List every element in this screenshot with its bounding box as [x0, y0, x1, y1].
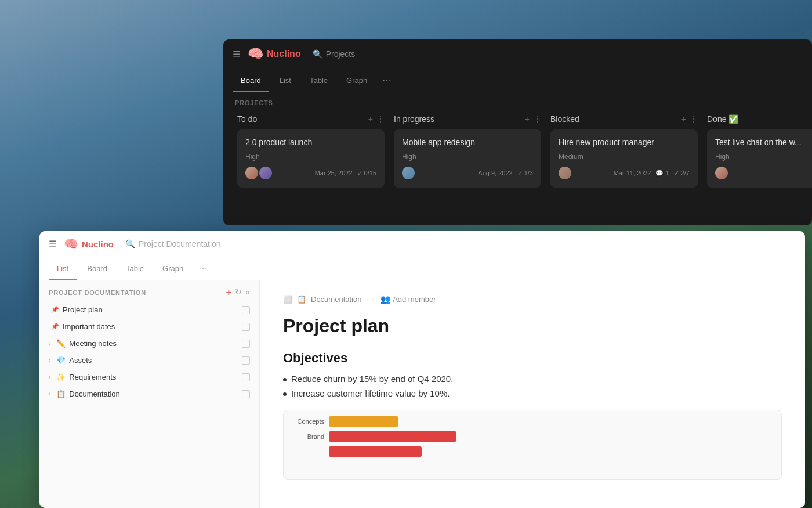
card-hire-pm[interactable]: Hire new product manager Medium Mar 11, … [550, 129, 698, 188]
nuclino-logo-top[interactable]: 🧠 Nuclino [248, 46, 301, 62]
nuclino-label-top: Nuclino [267, 49, 301, 59]
tab-table-top[interactable]: Table [302, 70, 336, 92]
card-mobile-redesign[interactable]: Mobile app redesign High Aug 9, 2022 ✓ 1… [394, 129, 541, 188]
card-progress-hire-pm: ✓ 2/7 [674, 170, 690, 177]
column-more-inprogress[interactable]: ⋮ [533, 114, 541, 124]
search-placeholder-top: Projects [326, 49, 356, 59]
brain-icon-bottom: 🧠 [64, 237, 78, 251]
column-actions-inprogress: + ⋮ [525, 114, 541, 124]
column-more-blocked[interactable]: ⋮ [690, 114, 698, 124]
card-title-live-chat: Test live chat on the w... [715, 138, 812, 147]
pin-icon-important-dates: 📌 [51, 323, 59, 330]
sidebar-add-icon[interactable]: + [226, 287, 231, 298]
board-columns: To do + ⋮ 2.0 product launch High Mar 25… [223, 110, 812, 197]
sidebar-refresh-icon[interactable]: ↻ [235, 287, 242, 298]
card-priority-mobile-redesign: High [402, 153, 533, 161]
card-live-chat[interactable]: Test live chat on the w... High Mar 3, 2… [707, 129, 812, 188]
card-title-hire-pm: Hire new product manager [559, 138, 690, 147]
column-actions-blocked: + ⋮ [682, 114, 698, 124]
sidebar: PROJECT DOCUMENTATION + ↻ « 📌 Project pl… [39, 280, 260, 508]
sidebar-checkbox-meeting-notes[interactable] [242, 340, 250, 348]
emoji-meeting-notes: ✏️ [56, 339, 66, 348]
search-bar-top[interactable]: 🔍 Projects [313, 49, 356, 59]
tab-list-bottom[interactable]: List [49, 258, 77, 280]
card-footer-hire-pm: Mar 11, 2022 💬 1 ✓ 2/7 [559, 167, 690, 179]
sidebar-checkbox-assets[interactable] [242, 356, 250, 365]
column-add-todo[interactable]: + [368, 114, 373, 124]
sidebar-item-project-plan[interactable]: 📌 Project plan [39, 301, 259, 318]
search-icon-top: 🔍 [313, 49, 322, 59]
sidebar-item-left-documentation: › 📋 Documentation [49, 390, 120, 398]
sidebar-item-assets[interactable]: › 💎 Assets [39, 352, 259, 369]
column-add-blocked[interactable]: + [682, 114, 686, 124]
sidebar-label-assets: Assets [69, 356, 92, 365]
tab-graph-bottom[interactable]: Graph [154, 258, 191, 280]
bullet-2: Increase customer lifetime value by 10%. [283, 388, 782, 398]
sidebar-item-important-dates[interactable]: 📌 Important dates [39, 318, 259, 335]
breadcrumb-icon: 📋 [297, 295, 306, 304]
pin-icon-project-plan: 📌 [51, 306, 59, 314]
hamburger-icon-bottom[interactable]: ☰ [49, 239, 57, 250]
card-date-product-launch: Mar 25, 2022 [315, 170, 353, 176]
doc-breadcrumb: ⬜ 📋 Documentation ····· 👥 Add member [283, 294, 782, 304]
bottom-content: PROJECT DOCUMENTATION + ↻ « 📌 Project pl… [39, 280, 805, 508]
add-member-button[interactable]: 👥 Add member [380, 294, 436, 304]
emoji-requirements: ✨ [56, 373, 66, 381]
bullet-1: Reduce churn by 15% by end of Q4 2020. [283, 374, 782, 384]
sidebar-item-documentation[interactable]: › 📋 Documentation [39, 385, 259, 402]
column-inprogress: In progress + ⋮ Mobile app redesign High… [389, 110, 546, 197]
tabs-more-bottom[interactable]: ⋯ [194, 257, 212, 280]
card-avatars-hire-pm [559, 167, 572, 179]
hamburger-icon[interactable]: ☰ [233, 49, 241, 60]
bottom-tabs: List Board Table Graph ⋯ [39, 257, 805, 280]
doc-icon: ⬜ [283, 295, 292, 304]
search-bar-bottom[interactable]: 🔍 Project Documentation [125, 239, 221, 248]
sidebar-item-left-project-plan: 📌 Project plan [51, 305, 103, 314]
breadcrumb-divider: ····· [366, 295, 376, 303]
tabs-more-top[interactable]: ⋯ [378, 69, 396, 92]
avatar-5 [715, 167, 728, 179]
column-more-todo[interactable]: ⋮ [376, 114, 385, 124]
sidebar-item-requirements[interactable]: › ✨ Requirements [39, 369, 259, 385]
card-date-hire-pm: Mar 11, 2022 [614, 170, 651, 176]
avatar-3 [402, 167, 415, 179]
card-avatars-product-launch [245, 167, 273, 179]
sidebar-label-documentation: Documentation [69, 390, 119, 398]
projects-panel: ☰ 🧠 Nuclino 🔍 Projects Board List Table … [223, 39, 812, 225]
tab-graph-top[interactable]: Graph [338, 70, 375, 92]
tab-board-bottom[interactable]: Board [79, 258, 115, 280]
main-document: ⬜ 📋 Documentation ····· 👥 Add member Pro… [260, 280, 805, 508]
sidebar-checkbox-requirements[interactable] [242, 373, 250, 381]
card-title-mobile-redesign: Mobile app redesign [402, 138, 533, 147]
column-title-done: Done ✅ [707, 114, 738, 124]
sidebar-collapse-icon[interactable]: « [245, 287, 250, 298]
card-priority-product-launch: High [245, 153, 376, 161]
card-progress-mobile-redesign: ✓ 1/3 [517, 170, 533, 177]
card-product-launch[interactable]: 2.0 product launch High Mar 25, 2022 ✓ 0… [237, 129, 385, 188]
sidebar-checkbox-documentation[interactable] [242, 390, 250, 398]
gantt-label-brand: Brand [289, 433, 324, 440]
avatar-2 [259, 167, 272, 179]
column-title-todo: To do [237, 114, 257, 124]
column-title-blocked: Blocked [550, 114, 579, 124]
column-title-inprogress: In progress [394, 114, 434, 124]
column-header-done: Done ✅ + ⋮ [707, 114, 812, 124]
sidebar-checkbox-important-dates[interactable] [242, 323, 250, 331]
card-progress-product-launch: ✓ 0/15 [357, 170, 376, 177]
card-footer-product-launch: Mar 25, 2022 ✓ 0/15 [245, 167, 376, 179]
nuclino-logo-bottom[interactable]: 🧠 Nuclino [64, 237, 114, 251]
bullet-text-2: Increase customer lifetime value by 10%. [291, 388, 449, 398]
card-footer-live-chat: Mar 3, 2022 [715, 167, 812, 179]
sidebar-checkbox-project-plan[interactable] [242, 306, 250, 314]
tab-board-top[interactable]: Board [233, 70, 269, 92]
column-add-inprogress[interactable]: + [525, 114, 530, 124]
bullet-text-1: Reduce churn by 15% by end of Q4 2020. [291, 374, 453, 384]
sidebar-item-meeting-notes[interactable]: › ✏️ Meeting notes [39, 335, 259, 352]
tab-list-top[interactable]: List [271, 70, 299, 92]
sidebar-label-important-dates: Important dates [63, 322, 115, 331]
card-footer-mobile-redesign: Aug 9, 2022 ✓ 1/3 [402, 167, 533, 179]
expand-icon-documentation: › [49, 391, 50, 397]
sidebar-label-meeting-notes: Meeting notes [69, 339, 117, 348]
expand-icon-assets: › [49, 357, 50, 363]
tab-table-bottom[interactable]: Table [118, 258, 152, 280]
